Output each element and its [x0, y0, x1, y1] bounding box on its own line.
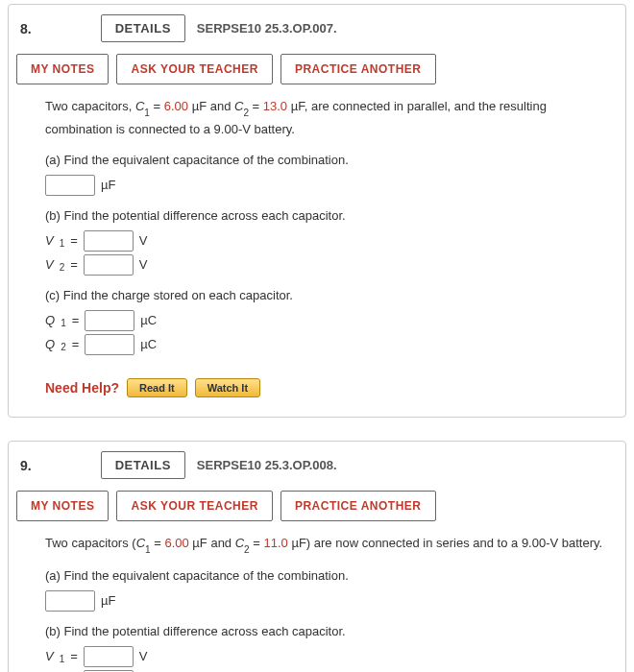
problem-header: 9. DETAILS SERPSE10 25.3.OP.008. — [16, 447, 618, 487]
q2-row: Q2 = µC — [45, 334, 612, 355]
v1-input[interactable] — [84, 230, 134, 252]
c2-sub: 2 — [244, 544, 250, 555]
v2-eq: = — [70, 254, 78, 276]
c2-var: C — [235, 536, 244, 550]
v2-sub: 2 — [60, 259, 65, 276]
details-button[interactable]: DETAILS — [101, 14, 185, 42]
need-help-row: Need Help? Read It Watch It — [16, 378, 618, 397]
part-a-unit: µF — [101, 590, 115, 612]
problem-header: 8. DETAILS SERPSE10 25.3.OP.007. — [16, 11, 618, 50]
v2-input[interactable] — [84, 254, 134, 276]
v1-unit: V — [139, 646, 148, 667]
part-b: (b) Find the potential difference across… — [45, 621, 612, 672]
v1-sub: 1 — [60, 235, 65, 252]
problem-body: Two capacitors (C1 = 6.00 µF and C2 = 11… — [16, 533, 618, 672]
q1-row: Q1 = µC — [45, 310, 612, 331]
q1-sub: 1 — [61, 315, 66, 331]
q2-var: Q — [45, 334, 55, 355]
part-a-input[interactable] — [45, 590, 95, 612]
stem-text: Two capacitors ( — [45, 536, 136, 550]
v1-var: V — [45, 646, 54, 667]
problem-code: SERPSE10 25.3.OP.007. — [197, 21, 337, 36]
v1-row: V1 = V — [45, 646, 612, 667]
problem-number: 8. — [20, 21, 32, 36]
c2-sub: 2 — [243, 108, 249, 118]
v1-var: V — [45, 230, 54, 252]
part-b-label: (b) Find the potential difference across… — [45, 621, 612, 642]
v1-input[interactable] — [84, 646, 134, 667]
q2-input[interactable] — [85, 334, 134, 355]
v1-row: V1 = V — [45, 230, 612, 252]
c1-value: 6.00 — [164, 536, 188, 550]
stem-text: µF) are now connected in series and to a… — [288, 536, 602, 550]
stem-text: Two capacitors, — [45, 99, 135, 113]
practice-another-button[interactable]: PRACTICE ANOTHER — [280, 54, 436, 84]
eq-text: = — [250, 536, 264, 550]
stem-text: µF and — [189, 536, 235, 550]
q1-var: Q — [45, 310, 55, 331]
part-a-label: (a) Find the equivalent capacitance of t… — [45, 565, 612, 587]
c1-sub: 1 — [145, 544, 151, 555]
part-a-unit: µF — [101, 175, 115, 196]
action-row: MY NOTES ASK YOUR TEACHER PRACTICE ANOTH… — [16, 491, 618, 521]
v1-eq: = — [70, 646, 78, 667]
watch-it-button[interactable]: Watch It — [195, 378, 260, 397]
read-it-button[interactable]: Read It — [127, 378, 187, 397]
v2-var: V — [45, 254, 54, 276]
part-c: (c) Find the charge stored on each capac… — [45, 285, 612, 355]
ask-teacher-button[interactable]: ASK YOUR TEACHER — [116, 54, 272, 84]
q2-eq: = — [72, 334, 80, 355]
part-a-label: (a) Find the equivalent capacitance of t… — [45, 150, 612, 171]
v1-eq: = — [70, 230, 78, 252]
q2-sub: 2 — [61, 339, 66, 355]
eq-text: = — [249, 99, 263, 113]
stem-text: µF and — [188, 99, 234, 113]
v2-unit: V — [139, 254, 148, 276]
v1-unit: V — [139, 230, 148, 252]
action-row: MY NOTES ASK YOUR TEACHER PRACTICE ANOTH… — [16, 54, 618, 84]
problem-number: 9. — [20, 458, 32, 473]
eq-text: = — [151, 536, 165, 550]
q1-unit: µC — [140, 310, 157, 331]
my-notes-button[interactable]: MY NOTES — [16, 54, 109, 84]
part-a-answer-row: µF — [45, 590, 612, 612]
problem-code: SERPSE10 25.3.OP.008. — [197, 458, 337, 472]
part-c-label: (c) Find the charge stored on each capac… — [45, 285, 612, 306]
v2-row: V2 = V — [45, 254, 612, 276]
part-b-label: (b) Find the potential difference across… — [45, 205, 612, 227]
my-notes-button[interactable]: MY NOTES — [16, 491, 109, 521]
ask-teacher-button[interactable]: ASK YOUR TEACHER — [116, 491, 272, 521]
c2-var: C — [234, 99, 243, 113]
c1-var: C — [135, 99, 144, 113]
part-b: (b) Find the potential difference across… — [45, 205, 612, 276]
q1-eq: = — [72, 310, 80, 331]
c2-value: 13.0 — [263, 99, 287, 113]
practice-another-button[interactable]: PRACTICE ANOTHER — [280, 491, 436, 521]
part-a: (a) Find the equivalent capacitance of t… — [45, 565, 612, 612]
q2-unit: µC — [140, 334, 157, 355]
part-a-answer-row: µF — [45, 175, 612, 196]
c2-value: 11.0 — [264, 536, 288, 550]
need-help-label: Need Help? — [45, 380, 119, 396]
c1-var: C — [136, 536, 145, 550]
v1-sub: 1 — [60, 651, 65, 667]
eq-text: = — [150, 99, 164, 113]
part-a: (a) Find the equivalent capacitance of t… — [45, 150, 612, 196]
problem-body: Two capacitors, C1 = 6.00 µF and C2 = 13… — [16, 96, 618, 355]
details-button[interactable]: DETAILS — [101, 451, 185, 479]
c1-sub: 1 — [144, 108, 150, 118]
problem-card: 9. DETAILS SERPSE10 25.3.OP.008. MY NOTE… — [8, 441, 626, 672]
problem-stem: Two capacitors (C1 = 6.00 µF and C2 = 11… — [45, 533, 612, 556]
problem-card: 8. DETAILS SERPSE10 25.3.OP.007. MY NOTE… — [8, 4, 626, 418]
q1-input[interactable] — [85, 310, 134, 331]
part-a-input[interactable] — [45, 175, 95, 196]
c1-value: 6.00 — [164, 99, 188, 113]
problem-stem: Two capacitors, C1 = 6.00 µF and C2 = 13… — [45, 96, 612, 140]
